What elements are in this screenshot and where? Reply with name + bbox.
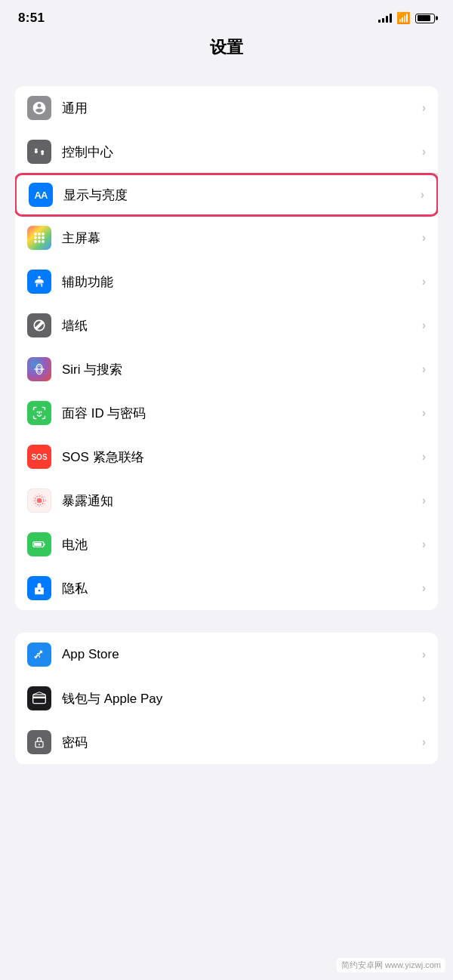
svg-text:A: A [35, 652, 41, 659]
control-center-label: 控制中心 [62, 143, 422, 161]
home-screen-chevron: › [422, 231, 426, 245]
battery-icon [27, 532, 51, 556]
svg-point-0 [35, 150, 38, 153]
appstore-chevron: › [422, 648, 426, 661]
password-label: 密码 [62, 734, 422, 751]
accessibility-icon [27, 270, 51, 294]
svg-point-1 [41, 150, 44, 153]
svg-rect-2 [35, 149, 37, 151]
status-time: 8:51 [18, 11, 45, 26]
svg-point-13 [38, 276, 40, 279]
status-bar: 8:51 📶 [0, 0, 453, 30]
appstore-label: App Store [62, 647, 422, 662]
password-icon [27, 730, 51, 754]
settings-group-1: 通用 › 控制中心 › AA 显示与亮度 › [15, 86, 438, 610]
settings-item-siri[interactable]: Siri 与搜索 › [15, 347, 438, 391]
svg-point-28 [39, 744, 40, 745]
home-screen-label: 主屏幕 [62, 230, 422, 247]
wallpaper-label: 墙纸 [62, 317, 422, 334]
general-icon [27, 96, 51, 120]
settings-item-display[interactable]: AA 显示与亮度 › [15, 173, 438, 217]
exposure-chevron: › [422, 494, 426, 507]
svg-rect-7 [34, 236, 36, 239]
control-center-chevron: › [422, 145, 426, 159]
siri-icon [27, 357, 51, 381]
faceid-label: 面容 ID 与密码 [62, 405, 422, 422]
svg-rect-22 [34, 543, 42, 546]
display-chevron: › [421, 188, 424, 202]
svg-rect-25 [33, 695, 46, 704]
svg-rect-3 [42, 153, 44, 156]
exposure-icon [27, 488, 51, 513]
wallet-chevron: › [422, 692, 426, 705]
settings-item-faceid[interactable]: 面容 ID 与密码 › [15, 391, 438, 435]
page-title: 设置 [0, 30, 453, 71]
control-center-icon [27, 140, 51, 164]
privacy-chevron: › [422, 581, 426, 595]
faceid-chevron: › [422, 406, 426, 420]
wallet-icon [27, 686, 51, 710]
accessibility-label: 辅助功能 [62, 273, 422, 291]
siri-label: Siri 与搜索 [62, 361, 422, 378]
general-label: 通用 [62, 100, 422, 117]
settings-item-privacy[interactable]: 隐私 › [15, 566, 438, 610]
svg-rect-4 [34, 233, 36, 235]
home-screen-icon [27, 226, 51, 250]
battery-status-icon [415, 14, 435, 23]
settings-item-password[interactable]: 密码 › [15, 720, 438, 764]
settings-item-appstore[interactable]: A App Store › [15, 633, 438, 676]
settings-item-sos[interactable]: SOS SOS 紧急联络 › [15, 435, 438, 479]
exposure-label: 暴露通知 [62, 492, 422, 510]
settings-item-wallet[interactable]: 钱包与 Apple Pay › [15, 676, 438, 720]
svg-rect-26 [33, 697, 46, 699]
battery-chevron: › [422, 538, 426, 551]
display-label: 显示与亮度 [63, 186, 421, 204]
accessibility-chevron: › [422, 275, 426, 288]
svg-rect-9 [42, 236, 44, 239]
privacy-icon [27, 576, 51, 600]
password-chevron: › [422, 735, 426, 749]
svg-rect-8 [38, 236, 40, 239]
privacy-label: 隐私 [62, 580, 422, 597]
faceid-icon [27, 401, 51, 425]
svg-rect-6 [42, 233, 44, 235]
settings-item-battery[interactable]: 电池 › [15, 522, 438, 566]
settings-item-exposure[interactable]: 暴露通知 › [15, 479, 438, 522]
settings-item-wallpaper[interactable]: 墙纸 › [15, 304, 438, 347]
settings-item-general[interactable]: 通用 › [15, 86, 438, 130]
wallet-label: 钱包与 Apple Pay [62, 690, 422, 707]
battery-label: 电池 [62, 536, 422, 553]
svg-rect-11 [38, 240, 40, 242]
general-chevron: › [422, 101, 426, 115]
settings-item-home-screen[interactable]: 主屏幕 › [15, 216, 438, 260]
appstore-icon: A [27, 643, 51, 667]
status-icons: 📶 [378, 11, 435, 25]
sos-chevron: › [422, 450, 426, 464]
settings-group-2: A App Store › 钱包与 Apple Pay › 密码 › [15, 633, 438, 764]
settings-item-control-center[interactable]: 控制中心 › [15, 130, 438, 174]
svg-rect-21 [44, 544, 45, 546]
watermark: 简约安卓网 www.yizwj.com [337, 958, 445, 972]
siri-chevron: › [422, 362, 426, 376]
wifi-icon: 📶 [396, 11, 411, 25]
wallpaper-chevron: › [422, 319, 426, 332]
svg-rect-5 [38, 233, 40, 235]
settings-item-accessibility[interactable]: 辅助功能 › [15, 260, 438, 304]
svg-rect-12 [42, 240, 44, 242]
display-icon: AA [29, 183, 53, 207]
sos-label: SOS 紧急联络 [62, 448, 422, 466]
svg-point-23 [39, 590, 41, 592]
signal-icon [378, 14, 392, 23]
svg-rect-10 [34, 240, 36, 242]
sos-icon: SOS [27, 445, 51, 469]
wallpaper-icon [27, 313, 51, 337]
svg-point-17 [37, 498, 42, 504]
